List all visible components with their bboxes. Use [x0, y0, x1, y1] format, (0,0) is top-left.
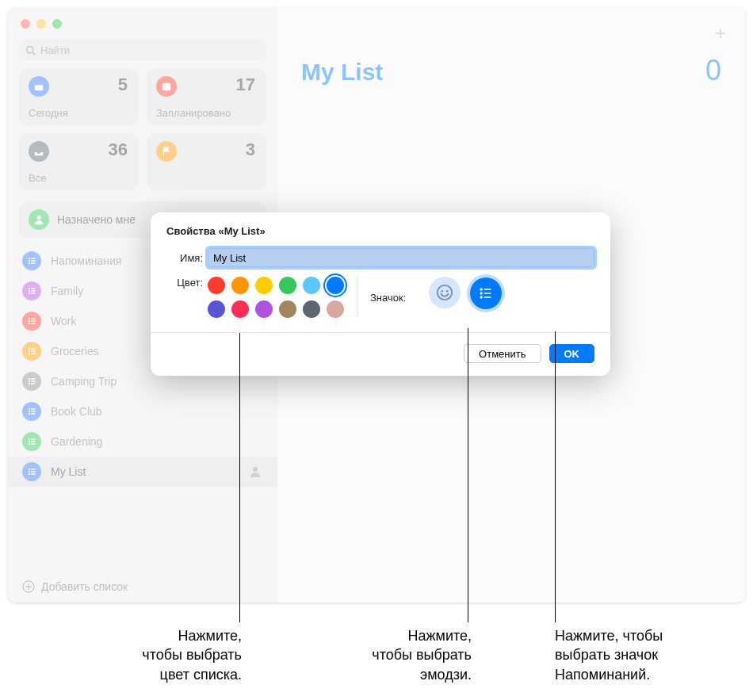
reminders-icon-button[interactable]: [470, 277, 502, 309]
label: Сегодня: [29, 107, 68, 119]
card-all[interactable]: 36 Все: [19, 133, 139, 190]
svg-rect-9: [31, 260, 35, 262]
svg-point-59: [480, 288, 483, 290]
add-list-button[interactable]: Добавить список: [8, 571, 277, 602]
list-icon: [22, 462, 41, 481]
emoji-picker-button[interactable]: [429, 277, 461, 308]
card-scheduled[interactable]: 17 Запланировано: [147, 68, 266, 125]
color-picker: [208, 277, 344, 318]
svg-rect-11: [31, 262, 35, 264]
svg-point-52: [29, 473, 30, 475]
svg-point-8: [29, 260, 30, 262]
svg-rect-7: [31, 258, 35, 259]
svg-rect-47: [31, 443, 35, 445]
callout-line-color: [239, 333, 240, 622]
card-flagged[interactable]: 3: [147, 133, 266, 190]
list-row[interactable]: My List: [8, 457, 277, 487]
svg-point-10: [29, 262, 30, 264]
color-swatch[interactable]: [279, 300, 296, 318]
icon-picker: Значок:: [370, 277, 502, 309]
color-swatch[interactable]: [303, 300, 320, 318]
svg-point-46: [29, 443, 30, 445]
svg-rect-3: [35, 83, 44, 86]
color-swatch[interactable]: [327, 300, 344, 318]
color-swatch[interactable]: [208, 300, 225, 318]
list-name: Camping Trip: [51, 375, 262, 388]
smiley-icon: [436, 284, 453, 301]
zoom-window-icon[interactable]: [52, 19, 62, 29]
search-placeholder: Найти: [40, 44, 70, 56]
svg-rect-31: [31, 378, 35, 380]
color-swatch[interactable]: [208, 277, 225, 294]
label: Все: [29, 172, 46, 184]
calendar-today-icon: [29, 76, 49, 97]
window-controls[interactable]: [8, 8, 277, 36]
svg-rect-13: [31, 288, 35, 289]
color-swatch[interactable]: [255, 277, 273, 294]
svg-point-14: [29, 290, 30, 292]
svg-point-44: [29, 441, 30, 442]
svg-point-34: [29, 383, 30, 384]
leaf-icon: [22, 432, 41, 451]
color-swatch[interactable]: [279, 277, 296, 294]
color-label: Цвет:: [166, 277, 208, 289]
list-name-input[interactable]: [208, 248, 594, 267]
callout-color: Нажмите, чтобы выбрать цвет списка.: [71, 626, 242, 684]
svg-point-22: [29, 323, 30, 324]
svg-rect-33: [31, 381, 35, 382]
color-swatch[interactable]: [231, 277, 249, 294]
ok-button[interactable]: OK: [549, 344, 595, 363]
callout-icon: Нажмите, чтобы выбрать значок Напоминани…: [555, 626, 741, 684]
add-reminder-button[interactable]: +: [715, 22, 726, 44]
color-swatch[interactable]: [327, 277, 344, 294]
svg-rect-45: [31, 441, 35, 442]
callout-emoji: Нажмите, чтобы выбрать эмодзи.: [301, 626, 472, 684]
close-window-icon[interactable]: [21, 19, 30, 29]
flag-icon: [156, 141, 177, 162]
svg-point-56: [438, 285, 452, 300]
svg-rect-37: [31, 408, 35, 410]
color-swatch[interactable]: [255, 300, 273, 318]
icon-label: Значок:: [370, 292, 411, 304]
color-swatch[interactable]: [231, 300, 249, 318]
home-icon: [22, 281, 41, 300]
svg-rect-62: [484, 293, 491, 294]
bookmark-icon: [22, 402, 41, 421]
svg-point-18: [29, 318, 30, 319]
list-info-dialog: Свойства «My List» Имя: Цвет: Значок: От…: [151, 212, 610, 376]
svg-rect-21: [31, 320, 35, 322]
cancel-button[interactable]: Отменить: [464, 344, 541, 363]
count: 5: [118, 75, 128, 95]
minimize-window-icon[interactable]: [36, 19, 46, 29]
list-icon: [22, 251, 41, 270]
svg-point-42: [29, 438, 30, 440]
svg-point-38: [29, 411, 30, 412]
person-icon: [249, 465, 262, 478]
separator: [357, 277, 357, 318]
svg-point-57: [441, 290, 443, 293]
svg-point-63: [480, 296, 483, 298]
list-row[interactable]: Book Club: [8, 396, 277, 427]
color-swatch[interactable]: [303, 277, 320, 294]
svg-rect-15: [31, 290, 35, 292]
svg-rect-27: [31, 350, 35, 352]
tent-icon: [22, 372, 41, 391]
card-today[interactable]: 5 Сегодня: [19, 68, 139, 125]
count: 17: [236, 75, 255, 95]
svg-point-20: [29, 320, 30, 322]
svg-rect-64: [484, 296, 491, 298]
svg-point-26: [29, 350, 30, 352]
svg-rect-25: [31, 348, 35, 350]
list-row[interactable]: Gardening: [8, 427, 277, 457]
svg-point-58: [446, 290, 449, 293]
svg-point-6: [29, 258, 30, 259]
svg-point-36: [29, 408, 30, 410]
callout-line-icon: [555, 331, 556, 622]
search-icon: [25, 45, 36, 55]
svg-point-32: [29, 381, 30, 382]
svg-point-28: [29, 353, 30, 354]
count: 3: [246, 140, 255, 160]
search-input[interactable]: Найти: [19, 40, 266, 60]
list-name: My List: [51, 465, 239, 478]
svg-rect-29: [31, 353, 35, 354]
